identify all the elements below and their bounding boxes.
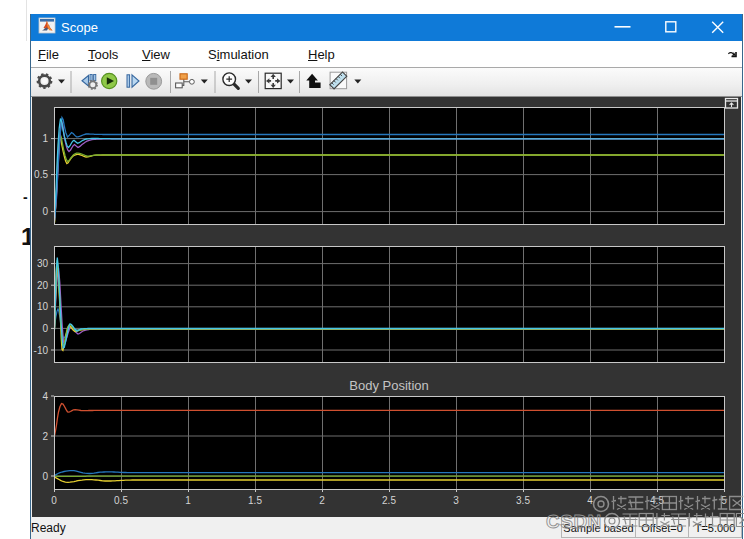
svg-text:30: 30: [37, 258, 49, 269]
svg-text:0: 0: [42, 206, 48, 217]
svg-text:1.5: 1.5: [248, 495, 262, 506]
svg-text:1: 1: [185, 495, 191, 506]
svg-text:1: 1: [42, 133, 48, 144]
svg-text:2: 2: [42, 431, 48, 442]
svg-text:0: 0: [51, 495, 57, 506]
svg-text:5: 5: [721, 495, 727, 506]
svg-text:-10: -10: [34, 345, 49, 356]
svg-text:0: 0: [42, 323, 48, 334]
svg-text:Body Position: Body Position: [349, 378, 429, 393]
svg-text:3: 3: [453, 495, 459, 506]
svg-text:CSDN: CSDN: [546, 511, 602, 532]
svg-text:0: 0: [42, 471, 48, 482]
svg-text:3.5: 3.5: [516, 495, 530, 506]
svg-text:2.5: 2.5: [382, 495, 396, 506]
svg-text:4: 4: [42, 391, 48, 402]
svg-text:0.5: 0.5: [114, 495, 128, 506]
svg-text:10: 10: [37, 301, 49, 312]
svg-text:2: 2: [319, 495, 325, 506]
svg-text:20: 20: [37, 280, 49, 291]
svg-text:0.5: 0.5: [34, 169, 48, 180]
svg-text:4: 4: [587, 495, 593, 506]
